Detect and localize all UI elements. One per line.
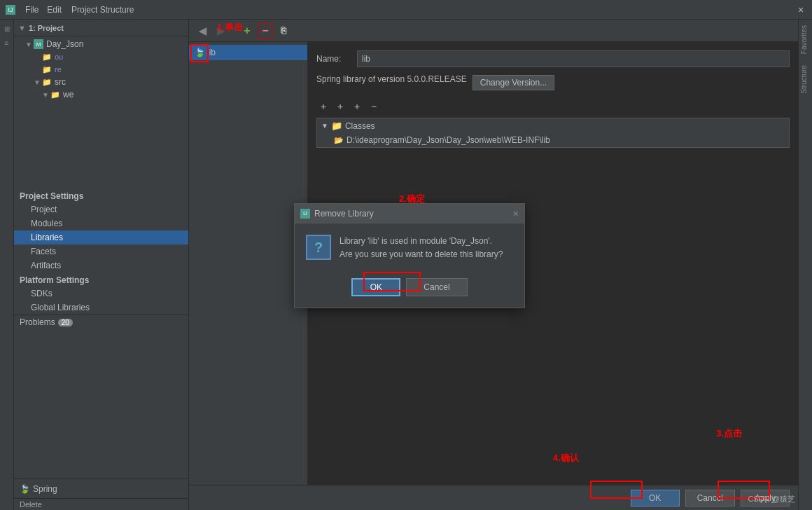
close-button[interactable]: × [795, 4, 806, 15]
settings-project[interactable]: Project [14, 202, 188, 216]
dialog-body: ? Library 'lib' is used in module 'Day_J… [295, 223, 524, 273]
ok-button[interactable]: OK [631, 490, 680, 506]
settings-artifacts[interactable]: Artifacts [14, 259, 188, 273]
tree-src-label: src [55, 77, 66, 87]
tree-ou-label: ou [55, 53, 63, 61]
right-sidebar: Favorites Structure [798, 20, 812, 510]
dialog-message-line2: Are you sure you want to delete this lib… [340, 248, 503, 261]
dialog-close-button[interactable]: × [513, 208, 519, 219]
add-button[interactable]: + [239, 23, 255, 39]
desc-row: Spring library of version 5.0.0.RELEASE … [316, 74, 790, 91]
problems-bar[interactable]: Problems 20 [14, 315, 188, 329]
path-icon: 📂 [334, 136, 344, 145]
delete-label: Delete [14, 498, 188, 510]
settings-modules[interactable]: Modules [14, 216, 188, 230]
left-panel: ▼ 1: Project ▼ M Day_Json 📁 ou 📁 re ▼ [14, 20, 189, 510]
tool-icon-2[interactable]: ≡ [1, 36, 13, 49]
classes-label: Classes [345, 121, 375, 131]
folder-icon: 📁 [42, 52, 52, 62]
dialog-message: Library 'lib' is used in module 'Day_Jso… [340, 235, 503, 261]
classes-add-btn[interactable]: + [316, 99, 330, 113]
name-input[interactable] [357, 50, 790, 67]
dialog-title-text: Remove Library [314, 209, 513, 219]
spring-icon: 🍃 [20, 484, 30, 494]
dialog-buttons: OK Cancel [295, 273, 524, 308]
title-bar: IJ File Edit Project Structure × [0, 0, 812, 20]
project-label: 1: Project [29, 24, 64, 32]
favorites-label[interactable]: Favorites [799, 20, 812, 60]
bottom-bar: 🍃 Spring [14, 478, 188, 498]
classes-path: 📂 D:\ideaprogram\Day_Json\Day_Json\web\W… [317, 133, 789, 147]
lib-name: lib [207, 48, 216, 57]
dialog-ok-button[interactable]: OK [351, 278, 400, 296]
dialog-message-line1: Library 'lib' is used in module 'Day_Jso… [340, 235, 503, 248]
problems-label: Problems [20, 317, 55, 327]
classes-add3-btn[interactable]: + [350, 99, 364, 113]
structure-label[interactable]: Structure [799, 60, 812, 99]
tool-icon-1[interactable]: ⊞ [1, 22, 13, 35]
spring-lib-icon: 🍃 [195, 48, 204, 57]
menu-edit[interactable]: Edit [43, 4, 66, 16]
spring-label: Spring [33, 484, 57, 494]
dialog-cancel-button[interactable]: Cancel [406, 278, 467, 296]
settings-global-libraries[interactable]: Global Libraries [14, 301, 188, 315]
project-settings-section: Project Settings [14, 188, 188, 202]
menu-file[interactable]: File [21, 4, 43, 16]
tree-item-re[interactable]: 📁 re [14, 63, 188, 76]
lib-item-lib[interactable]: 🍃 lib [189, 45, 307, 60]
copy-button[interactable]: ⎘ [276, 23, 291, 39]
classes-section: ▼ 📁 Classes 📂 D:\ideaprogram\Day_Json\Da… [316, 118, 790, 148]
settings-libraries[interactable]: Libraries [14, 230, 188, 244]
folder-icon-we: 📁 [50, 90, 60, 99]
description: Spring library of version 5.0.0.RELEASE [316, 74, 467, 84]
remove-button[interactable]: − [258, 23, 273, 39]
tree-item-label: Day_Json [46, 39, 83, 49]
settings-tree: Project Settings Project Modules Librari… [14, 188, 188, 315]
tool-sidebar: ⊞ ≡ [0, 20, 14, 510]
nav-forward-button[interactable]: ▶ [213, 23, 228, 39]
struct-toolbar: ◀ ▶ + − ⎘ [189, 20, 798, 42]
classes-minus-btn[interactable]: − [367, 99, 381, 113]
classes-header[interactable]: ▼ 📁 Classes [317, 118, 789, 133]
project-header: ▼ 1: Project [14, 20, 188, 36]
window-title: Project Structure [71, 5, 134, 15]
dialog-question-icon: ? [306, 235, 331, 260]
problems-badge: 20 [58, 319, 73, 326]
change-version-button[interactable]: Change Version... [472, 75, 554, 90]
folder-icon-src: 📁 [42, 77, 52, 87]
tree-re-label: re [55, 65, 62, 74]
name-field-row: Name: [316, 50, 790, 67]
classes-toolbar: + + + − [316, 99, 790, 113]
remove-library-dialog: IJ Remove Library × ? Library 'lib' is u… [294, 203, 525, 308]
bottom-buttons: OK Cancel Apply [189, 485, 798, 510]
tree-item-ou[interactable]: 📁 ou [14, 50, 188, 63]
app-icon: IJ [6, 5, 15, 15]
name-label: Name: [316, 54, 351, 64]
cancel-button[interactable]: Cancel [685, 490, 735, 506]
apply-button[interactable]: Apply [741, 490, 790, 506]
classes-folder-icon: 📁 [331, 120, 342, 131]
classes-arrow-icon: ▼ [321, 122, 328, 130]
library-list: 🍃 lib [189, 42, 308, 485]
tree-we-label: we [63, 90, 74, 99]
tree-item-day-json[interactable]: ▼ M Day_Json [14, 38, 188, 50]
tree-item-we[interactable]: ▼ 📁 we [14, 88, 188, 101]
module-icon: M [34, 39, 43, 49]
tree-item-src[interactable]: ▼ 📁 src [14, 76, 188, 88]
project-tree: ▼ M Day_Json 📁 ou 📁 re ▼ 📁 src ▼ [14, 36, 188, 188]
title-bar-icons: IJ [6, 5, 15, 15]
settings-facets[interactable]: Facets [14, 244, 188, 259]
dialog-title-bar: IJ Remove Library × [295, 204, 524, 223]
classes-add2-btn[interactable]: + [333, 99, 347, 113]
nav-back-button[interactable]: ◀ [195, 23, 210, 39]
dialog-title-icon: IJ [300, 209, 310, 219]
settings-sdks[interactable]: SDKs [14, 287, 188, 301]
folder-icon-re: 📁 [42, 64, 52, 74]
spring-button[interactable]: 🍃 Spring [20, 484, 57, 494]
platform-settings-section: Platform Settings [14, 273, 188, 287]
left-spacer [14, 329, 188, 478]
classes-path-value: D:\ideaprogram\Day_Json\Day_Json\web\WEB… [346, 135, 550, 145]
